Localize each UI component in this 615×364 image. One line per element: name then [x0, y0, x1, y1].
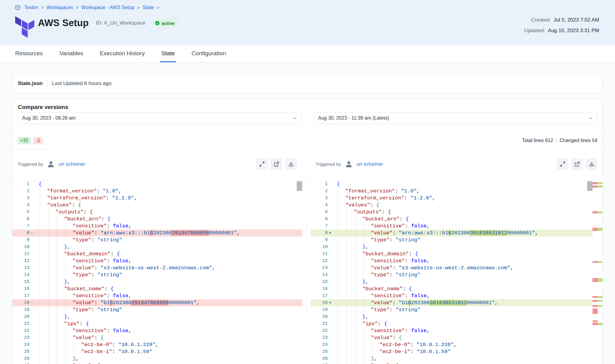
left-scrollbar-thumb[interactable] — [297, 181, 302, 191]
indent-guide — [347, 278, 347, 285]
indent-guide — [40, 355, 40, 362]
code-line: 22"sensitive": false, — [12, 327, 302, 334]
code-line: 7"sensitive": false, — [311, 223, 593, 230]
indent-guide — [338, 320, 338, 327]
code-line: 6"bucket_arn": { — [12, 216, 302, 223]
triggered-by-user-link[interactable]: uri scheiner — [59, 161, 85, 167]
line-number: 15 — [311, 278, 328, 285]
indent-guide — [48, 285, 49, 292]
version-right-value: Aug 30, 2023 - 11:39 am (Latest) — [318, 115, 389, 121]
open-external-icon — [274, 161, 279, 167]
expand-button[interactable] — [256, 158, 268, 170]
code-line: 19"type": "string" — [311, 306, 593, 313]
code-line: 26}, — [311, 355, 593, 362]
tab-variables[interactable]: Variables — [58, 46, 84, 62]
version-select-right[interactable]: Aug 30, 2023 - 11:39 am (Latest) — [314, 112, 598, 124]
open-external-button[interactable] — [271, 158, 282, 170]
right-scrollbar-thumb[interactable] — [587, 181, 593, 191]
indent-guide — [40, 299, 40, 306]
indent-guide — [338, 313, 338, 320]
indent-guide — [40, 195, 40, 202]
terraform-logo — [15, 16, 34, 39]
indent-guide — [338, 285, 338, 292]
line-number: 27 — [12, 362, 29, 364]
diff-marker — [328, 188, 333, 195]
breadcrumb-link[interactable]: Workspace - AWS Setup — [81, 5, 135, 10]
breadcrumb-link[interactable]: Testim — [24, 5, 38, 10]
breadcrumb-link[interactable]: State — [142, 5, 154, 10]
diff-marker — [29, 271, 34, 278]
indent-guide — [57, 320, 57, 327]
indent-guide — [347, 216, 347, 223]
expand-button[interactable] — [557, 158, 568, 170]
indent-guide — [347, 292, 347, 299]
indent-guide — [65, 362, 66, 364]
ruler-mark — [593, 228, 603, 231]
left-code-panel[interactable]: 1{2"format_version": "1.0",3"terraform_v… — [12, 181, 302, 364]
line-number: 12 — [311, 257, 328, 264]
indent-guide — [48, 230, 49, 236]
code-line: 22"sensitive": false, — [311, 327, 593, 334]
indent-guide — [347, 271, 347, 278]
indent-guide — [355, 264, 355, 271]
diff-marker — [29, 216, 34, 223]
indent-guide — [57, 355, 57, 362]
triggered-by-user-link[interactable]: uri scheiner — [357, 161, 383, 167]
line-number: 11 — [311, 250, 328, 257]
indent-guide — [364, 223, 364, 230]
breadcrumb-link[interactable]: Workspaces — [46, 5, 73, 10]
code-line: 3"terraform_version": "1.2.9", — [311, 195, 593, 202]
last-updated-text: Last Updated 6 hours ago — [52, 80, 111, 87]
line-number: 15 — [12, 278, 29, 285]
code-line: 26}, — [12, 355, 302, 362]
indent-guide — [48, 341, 49, 348]
indent-guide — [40, 313, 40, 320]
download-button[interactable] — [586, 158, 597, 170]
indent-guide — [48, 306, 49, 313]
code-line: 2"format_version": "1.0", — [12, 188, 302, 195]
indent-guide — [48, 355, 49, 362]
tab-state[interactable]: State — [160, 46, 176, 62]
indent-guide — [347, 327, 347, 334]
tab-execution-history[interactable]: Execution History — [99, 46, 146, 62]
diff-marker: - — [29, 299, 34, 306]
indent-guide — [40, 271, 40, 278]
open-external-button[interactable] — [571, 158, 583, 170]
ruler-mark — [593, 320, 603, 322]
indent-guide — [40, 202, 40, 209]
state-file-name: State.json — [18, 80, 43, 87]
line-number: 8 — [311, 230, 328, 236]
indent-guide — [355, 292, 355, 299]
version-select-left[interactable]: Aug 30, 2023 - 09:26 am — [18, 112, 302, 124]
indent-guide — [57, 327, 57, 334]
tab-resources[interactable]: Resources — [14, 46, 44, 62]
indent-guide — [338, 202, 338, 209]
diff-marker: + — [328, 299, 333, 306]
left-panel-header: Triggered by uri scheiner — [12, 150, 302, 179]
indent-guide — [338, 271, 338, 278]
user-avatar — [345, 160, 353, 168]
download-button[interactable] — [285, 158, 297, 170]
indent-guide — [347, 285, 347, 292]
indent-guide — [57, 285, 57, 292]
updated-label: Updated: — [524, 28, 545, 34]
line-number: 6 — [311, 216, 328, 223]
diff-overview-ruler[interactable] — [593, 181, 603, 364]
indent-guide — [355, 327, 355, 334]
indent-guide — [347, 230, 347, 236]
ruler-mark — [593, 300, 603, 302]
line-number: 26 — [12, 355, 29, 362]
indent-guide — [40, 348, 40, 355]
diff-editor[interactable]: 1{2"format_version": "1.0",3"terraform_v… — [12, 180, 603, 364]
code-line: 4"values": { — [311, 202, 593, 209]
indent-guide — [65, 257, 66, 264]
compare-card: Compare versions Aug 30, 2023 - 09:26 am… — [12, 99, 603, 364]
right-code-panel[interactable]: 1{2"format_version": "1.0",3"terraform_v… — [311, 181, 593, 364]
indent-guide — [355, 243, 355, 250]
indent-guide — [338, 209, 338, 216]
line-number: 8 — [12, 230, 29, 236]
diff-marker — [328, 243, 333, 250]
indent-guide — [338, 236, 338, 243]
tab-configuration[interactable]: Configuration — [190, 46, 227, 62]
indent-guide — [48, 236, 49, 243]
